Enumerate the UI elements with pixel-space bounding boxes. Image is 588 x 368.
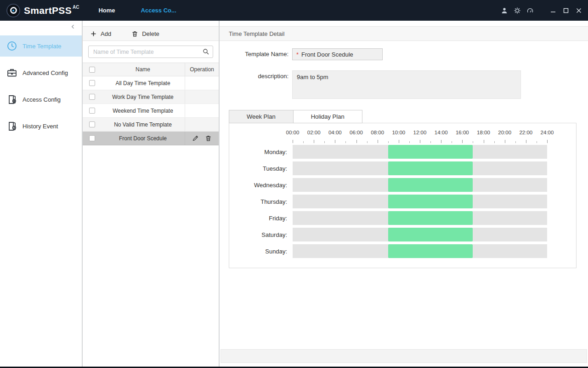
ruler-tick [537, 141, 537, 143]
day-row: Friday: [229, 210, 576, 226]
search-icon[interactable] [202, 48, 209, 57]
delete-button[interactable]: Delete [131, 30, 159, 37]
detail-footer [220, 349, 587, 363]
table-row[interactable]: No Valid Time Template [83, 118, 219, 132]
add-button[interactable]: Add [90, 30, 111, 37]
gear-icon[interactable] [511, 4, 524, 17]
row-name: Weekend Time Template [101, 104, 185, 117]
time-label: 12:00 [413, 130, 427, 135]
ruler-tick [515, 141, 516, 143]
ruler-tick [345, 141, 346, 143]
schedule-segment[interactable] [388, 228, 473, 242]
sidebar-item-access-config[interactable]: Access Config [0, 89, 82, 110]
tab-holiday-plan[interactable]: Holiday Plan [293, 110, 362, 123]
ruler-tick [473, 141, 473, 143]
row-operations [185, 76, 219, 90]
schedule-segment[interactable] [388, 195, 473, 208]
trash-icon[interactable] [204, 134, 213, 143]
week-schedule: 00:0002:0004:0006:0008:0010:0012:0014:00… [229, 123, 577, 268]
sidebar-item-time-template[interactable]: Time Template [0, 35, 82, 57]
detail-header: Time Template Detail [220, 26, 588, 41]
topbar-actions [498, 4, 588, 17]
sidebar-item-advanced-config[interactable]: Advanced Config [0, 62, 82, 83]
row-checkbox[interactable] [83, 104, 101, 117]
template-name-label: Template Name: [229, 48, 292, 60]
edit-icon[interactable] [192, 134, 200, 143]
template-name-field[interactable]: * [292, 48, 383, 60]
template-name-input[interactable] [301, 51, 379, 58]
day-row: Saturday: [229, 226, 576, 243]
plus-icon [90, 30, 97, 37]
day-track[interactable] [293, 161, 547, 175]
table-row[interactable]: Weekend Time Template [83, 104, 219, 118]
app-body: Time Template Advanced Config [0, 21, 588, 367]
time-label: 02:00 [307, 130, 321, 135]
minimize-button[interactable] [547, 4, 560, 17]
table-row[interactable]: Front Door Scedule [83, 132, 219, 145]
required-marker: * [296, 51, 299, 58]
template-table: Name Operation All Day Time TemplateWork… [83, 63, 219, 367]
user-icon[interactable] [498, 4, 511, 17]
sidebar-item-label: History Event [23, 123, 58, 130]
table-row[interactable]: Work Day Time Template [83, 90, 219, 104]
row-operations [185, 132, 219, 145]
row-operations [185, 104, 219, 117]
schedule-segment[interactable] [388, 178, 473, 192]
ruler-tick [335, 140, 335, 143]
app-brand: SmartPSS AC [6, 3, 79, 18]
tab-home[interactable]: Home [98, 7, 115, 14]
row-operations [185, 90, 219, 104]
row-checkbox[interactable] [83, 76, 101, 90]
day-label: Sunday: [229, 248, 293, 255]
day-track[interactable] [293, 211, 547, 225]
day-track[interactable] [293, 244, 547, 258]
ruler-tick [547, 140, 548, 143]
performance-gauge-icon[interactable] [524, 4, 537, 17]
collapse-sidebar-icon[interactable] [70, 23, 78, 32]
ruler-tick [462, 140, 463, 143]
time-label: 00:00 [286, 130, 300, 135]
sidebar-item-history-event[interactable]: History Event [0, 115, 82, 137]
schedule-segment[interactable] [388, 145, 473, 159]
list-toolbar: Add Delete [83, 26, 219, 41]
day-label: Wednesday: [229, 182, 293, 189]
sidebar-item-label: Access Config [23, 96, 61, 103]
day-row: Sunday: [229, 243, 576, 259]
day-track[interactable] [293, 195, 547, 208]
column-header-name: Name [101, 63, 185, 76]
row-checkbox[interactable] [83, 132, 101, 145]
description-input[interactable]: 9am to 5pm [292, 70, 521, 99]
tab-access-control[interactable]: Access Co... [141, 7, 176, 14]
day-label: Monday: [229, 149, 293, 155]
schedule-segment[interactable] [388, 161, 473, 175]
app-name: SmartPSS [24, 3, 72, 18]
schedule-days: Monday:Tuesday:Wednesday:Thursday:Friday… [229, 144, 576, 259]
row-checkbox[interactable] [83, 118, 101, 131]
schedule-segment[interactable] [388, 211, 473, 225]
time-label: 16:00 [456, 130, 469, 135]
ruler-tick [505, 140, 505, 143]
search-input[interactable] [88, 46, 213, 58]
select-all-checkbox[interactable] [83, 63, 101, 76]
row-checkbox[interactable] [83, 90, 101, 104]
maximize-button[interactable] [560, 4, 572, 17]
row-name: No Valid Time Template [101, 118, 185, 131]
ruler-tick [293, 140, 293, 143]
ruler-tick [420, 140, 420, 143]
day-label: Thursday: [229, 198, 293, 205]
close-button[interactable] [572, 4, 585, 17]
schedule-segment[interactable] [388, 244, 473, 258]
plan-tabs: Week Plan Holiday Plan [229, 110, 588, 123]
table-row[interactable]: All Day Time Template [83, 76, 219, 90]
detail-panel: Time Template Detail Template Name: * de… [220, 21, 588, 367]
row-operations [185, 118, 219, 131]
day-track[interactable] [293, 145, 547, 159]
time-label: 06:00 [350, 130, 363, 135]
top-tabs: Home Access Co... [98, 7, 176, 14]
row-name: All Day Time Template [101, 76, 185, 90]
sidebar-item-label: Time Template [23, 43, 62, 50]
tab-week-plan[interactable]: Week Plan [229, 110, 294, 123]
day-track[interactable] [293, 228, 547, 242]
day-track[interactable] [293, 178, 547, 192]
time-label: 20:00 [498, 130, 511, 135]
